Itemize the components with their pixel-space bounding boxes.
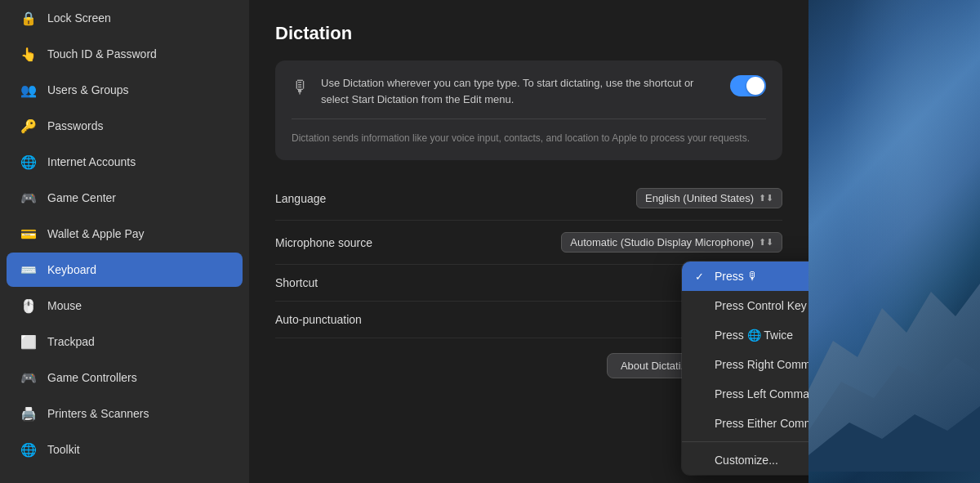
- sidebar-item-label: Trackpad: [47, 335, 95, 348]
- dictation-description: Use Dictation wherever you can type type…: [321, 75, 719, 107]
- lock-icon: 🔒: [20, 9, 38, 27]
- sidebar-item-label: Game Controllers: [47, 371, 137, 384]
- background-image: [808, 0, 980, 483]
- sidebar-item-label: Wallet & Apple Pay: [47, 227, 145, 240]
- sidebar-item-label: Users & Groups: [47, 83, 129, 96]
- microphone-label: Microphone source: [275, 236, 439, 249]
- microphone-select[interactable]: Automatic (Studio Display Microphone) ⬆⬇: [561, 232, 782, 253]
- sidebar-item-toolkit[interactable]: 🌐 Toolkit: [7, 432, 243, 467]
- sidebar-item-game-center[interactable]: 🎮 Game Center: [7, 181, 243, 215]
- sidebar-item-label: Toolkit: [47, 443, 80, 456]
- sidebar-item-internet-accounts[interactable]: 🌐 Internet Accounts: [7, 145, 243, 179]
- sidebar-item-lock-screen[interactable]: 🔒 Lock Screen: [7, 1, 243, 35]
- language-select[interactable]: English (United States) ⬆⬇: [636, 188, 782, 208]
- dropdown-item-label: Customize...: [715, 454, 778, 467]
- toolkit-icon: 🌐: [20, 441, 38, 458]
- microphone-value-text: Automatic (Studio Display Microphone): [570, 236, 754, 248]
- dropdown-item-label: Press Left Command Key Twice: [715, 387, 808, 400]
- language-label: Language: [275, 192, 439, 205]
- page-title: Dictation: [275, 23, 782, 44]
- keyboard-icon: ⌨️: [20, 261, 38, 279]
- sidebar-item-mouse[interactable]: 🖱️ Mouse: [7, 288, 243, 323]
- sidebar-item-game-controllers[interactable]: 🎮 Game Controllers: [7, 360, 243, 395]
- dictation-subtext: Dictation sends information like your vo…: [292, 131, 766, 145]
- sidebar-item-label: Touch ID & Password: [47, 47, 157, 60]
- dropdown-item-label: Press 🌐 Twice: [715, 329, 793, 342]
- game-controllers-icon: 🎮: [20, 369, 38, 387]
- sidebar-item-wallet[interactable]: 💳 Wallet & Apple Pay: [7, 217, 243, 251]
- sidebar-item-label: Game Center: [47, 191, 116, 204]
- microphone-value-container: Automatic (Studio Display Microphone) ⬆⬇: [439, 232, 782, 253]
- chevron-updown-icon: ⬆⬇: [759, 193, 773, 203]
- dropdown-divider: [682, 441, 808, 442]
- language-value-container: English (United States) ⬆⬇: [439, 188, 782, 208]
- dropdown-item-label: Press Control Key Twice: [715, 299, 808, 312]
- sidebar-item-label: Internet Accounts: [47, 155, 136, 168]
- shortcut-label: Shortcut: [275, 276, 439, 289]
- internet-icon: 🌐: [20, 153, 38, 171]
- sidebar-item-printers-scanners[interactable]: 🖨️ Printers & Scanners: [7, 396, 243, 431]
- dropdown-item-press-mic[interactable]: ✓ Press 🎙: [682, 262, 808, 291]
- sidebar-item-keyboard[interactable]: ⌨️ Keyboard: [7, 253, 243, 287]
- dropdown-item-press-right-cmd[interactable]: Press Right Command Key Twice: [682, 350, 808, 379]
- dropdown-item-label: Press Right Command Key Twice: [715, 358, 808, 371]
- game-center-icon: 🎮: [20, 189, 38, 207]
- dropdown-item-label: Press Either Command Key Twice: [715, 417, 808, 430]
- microphone-icon: 🎙: [292, 77, 310, 98]
- language-value-text: English (United States): [645, 192, 754, 204]
- dropdown-item-press-left-cmd[interactable]: Press Left Command Key Twice: [682, 379, 808, 409]
- sidebar-item-users-groups[interactable]: 👥 Users & Groups: [7, 73, 243, 107]
- mouse-icon: 🖱️: [20, 297, 38, 315]
- sidebar-item-trackpad[interactable]: ⬜ Trackpad: [7, 324, 243, 359]
- wallet-icon: 💳: [20, 225, 38, 243]
- dictation-toggle[interactable]: [730, 75, 766, 96]
- main-content: Dictation 🎙 Use Dictation wherever you c…: [249, 0, 808, 483]
- sidebar-item-label: Keyboard: [47, 263, 96, 276]
- dropdown-item-press-globe[interactable]: Press 🌐 Twice: [682, 320, 808, 350]
- sidebar: 🔒 Lock Screen 👆 Touch ID & Password 👥 Us…: [0, 0, 249, 483]
- chevron-updown-icon2: ⬆⬇: [759, 237, 773, 248]
- card-description: Use Dictation wherever you can type type…: [321, 75, 719, 107]
- auto-punctuation-label: Auto-punctuation: [275, 313, 439, 326]
- dropdown-item-press-either-cmd[interactable]: Press Either Command Key Twice: [682, 409, 808, 438]
- sidebar-item-label: Printers & Scanners: [47, 407, 149, 420]
- sidebar-item-label: Mouse: [47, 299, 82, 312]
- checkmark-icon: ✓: [695, 271, 708, 283]
- sidebar-item-touch-id[interactable]: 👆 Touch ID & Password: [7, 37, 243, 71]
- trackpad-icon: ⬜: [20, 333, 38, 351]
- card-divider: [292, 119, 766, 119]
- printer-icon: 🖨️: [20, 405, 38, 423]
- language-row: Language English (United States) ⬆⬇: [275, 177, 782, 221]
- sidebar-item-label: Lock Screen: [47, 11, 111, 25]
- dropdown-item-customize[interactable]: Customize...: [682, 445, 808, 475]
- users-icon: 👥: [20, 81, 38, 99]
- sidebar-item-label: Passwords: [47, 119, 103, 132]
- terrain-decoration: [808, 145, 980, 483]
- dropdown-item-press-control[interactable]: Press Control Key Twice: [682, 291, 808, 320]
- touch-id-icon: 👆: [20, 45, 38, 63]
- microphone-row: Microphone source Automatic (Studio Disp…: [275, 221, 782, 265]
- password-icon: 🔑: [20, 117, 38, 135]
- shortcut-dropdown: ✓ Press 🎙 Press Control Key Twice Press …: [682, 262, 808, 475]
- dictation-card: 🎙 Use Dictation wherever you can type ty…: [275, 60, 782, 160]
- sidebar-item-passwords[interactable]: 🔑 Passwords: [7, 109, 243, 143]
- dropdown-item-label: Press 🎙: [715, 270, 759, 283]
